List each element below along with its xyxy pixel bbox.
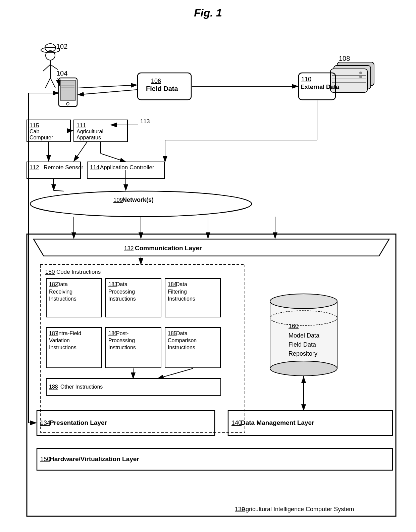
label-184: 184 xyxy=(168,281,177,287)
data-management-box: 140 Data Management Layer xyxy=(228,410,393,436)
data-processing-box: 183 Data Processing Instructions xyxy=(106,278,161,317)
label-113: 113 xyxy=(140,118,150,125)
label-108: 108 xyxy=(339,55,350,62)
label-134: 134 xyxy=(40,419,50,426)
svg-line-5 xyxy=(50,64,58,70)
svg-line-7 xyxy=(50,78,55,88)
intra-field-label3: Instructions xyxy=(49,345,76,350)
ag-apparatus-label2: Apparatus xyxy=(76,135,101,140)
svg-line-50 xyxy=(78,85,137,88)
other-instructions-box: 188 Other Instructions xyxy=(46,379,221,395)
post-proc-label2: Processing xyxy=(108,338,135,343)
data-filtering-box: 184 Data Filtering Instructions xyxy=(165,278,220,317)
label-112: 112 xyxy=(30,164,39,171)
ag-apparatus-label: Agricultural xyxy=(76,129,103,134)
svg-line-75 xyxy=(158,368,193,379)
data-filter-label1: Data xyxy=(176,281,187,287)
data-receiving-label2: Receiving xyxy=(49,289,72,295)
svg-line-6 xyxy=(45,78,50,88)
label-109: 109 xyxy=(113,197,123,203)
svg-marker-31 xyxy=(34,239,389,256)
remote-sensor-box: 112 Remote Sensor xyxy=(27,162,83,179)
svg-point-23 xyxy=(359,76,362,78)
svg-point-22 xyxy=(359,72,362,74)
field-data-label: Field Data xyxy=(146,85,178,92)
ag-system-box: 130 Agricultural Intelligence Computer S… xyxy=(27,234,396,516)
mobile-device: 104 xyxy=(56,70,77,106)
data-filter-label2: Filtering xyxy=(168,289,187,295)
svg-rect-9 xyxy=(60,80,75,100)
agricultural-apparatus-box: 111 Agricultural Apparatus xyxy=(74,120,127,142)
data-comp-label2: Comparison xyxy=(168,338,197,343)
label-132: 132 xyxy=(124,245,134,252)
data-comp-label3: Instructions xyxy=(168,345,195,350)
svg-line-51 xyxy=(78,90,137,95)
post-processing-box: 186 Post- Processing Instructions xyxy=(106,327,161,368)
svg-line-4 xyxy=(43,64,50,71)
label-106: 106 xyxy=(151,78,161,84)
presentation-layer-label: Presentation Layer xyxy=(50,419,107,426)
svg-line-61 xyxy=(74,142,87,161)
field-data-box: 106 Field Data xyxy=(138,73,191,100)
svg-line-63 xyxy=(54,190,64,191)
label-160: 160 xyxy=(289,323,299,329)
data-comparison-box: 185 Data Comparison Instructions xyxy=(165,327,220,368)
data-proc-label1: Data xyxy=(116,281,127,287)
label-185: 185 xyxy=(168,330,177,336)
svg-point-41 xyxy=(270,294,337,309)
data-receiving-box: 182 Data Receiving Instructions xyxy=(46,278,102,317)
data-mgmt-label: Data Management Layer xyxy=(241,419,314,426)
label-104: 104 xyxy=(56,70,67,77)
post-proc-label1: Post- xyxy=(116,330,128,336)
field-data-label2: Field Data xyxy=(289,341,316,348)
data-proc-label2: Processing xyxy=(108,289,135,295)
svg-point-14 xyxy=(66,102,69,105)
code-instructions-label: Code Instructions xyxy=(56,269,101,275)
data-comp-label1: Data xyxy=(176,330,188,336)
external-data-label: External Data xyxy=(301,84,340,90)
data-filter-label3: Instructions xyxy=(168,296,195,302)
svg-rect-30 xyxy=(27,234,396,516)
network-label: Network(s) xyxy=(122,196,154,203)
cab-computer-box: 115 Cab Computer xyxy=(27,120,70,142)
label-187: 187 xyxy=(49,330,58,336)
label-140: 140 xyxy=(231,419,242,426)
data-receiving-label1: Data xyxy=(56,281,68,287)
hardware-layer-box: 150 Hardware/Virtualization Layer xyxy=(37,448,393,470)
label-102: 102 xyxy=(56,43,67,50)
intra-field-box: 187 Intra-Field Variation Instructions xyxy=(46,327,102,368)
presentation-layer-box: 134 Presentation Layer xyxy=(37,410,215,436)
computer-label: Computer xyxy=(30,135,53,140)
svg-line-60 xyxy=(101,153,126,162)
ag-system-label: Agricultural Intelligence Computer Syste… xyxy=(242,506,354,513)
hardware-layer-label: Hardware/Virtualization Layer xyxy=(50,455,139,462)
label-115: 115 xyxy=(30,122,39,129)
remote-sensor-label: Remote Sensor xyxy=(44,164,83,171)
data-proc-label3: Instructions xyxy=(108,296,136,302)
app-controller-label: Application Controller xyxy=(100,164,154,171)
label-111: 111 xyxy=(76,122,86,129)
label-114: 114 xyxy=(90,164,99,171)
other-instr-label: Other Instructions xyxy=(60,384,103,390)
network-oval: 109 Network(s) xyxy=(30,191,252,217)
comm-layer-label: Communication Layer xyxy=(135,245,202,252)
communication-layer: 132 Communication Layer xyxy=(34,239,389,256)
label-110: 110 xyxy=(301,76,311,83)
label-150: 150 xyxy=(40,456,50,462)
intra-field-label1: Intra-Field xyxy=(57,330,81,336)
data-receiving-label3: Instructions xyxy=(49,296,76,302)
svg-point-2 xyxy=(46,51,55,60)
label-188: 188 xyxy=(49,384,58,390)
repository-cylinder: 160 Model Data Field Data Repository xyxy=(270,294,337,376)
intra-field-label2: Variation xyxy=(49,338,70,343)
svg-point-42 xyxy=(270,361,337,376)
repository-label: Repository xyxy=(289,350,317,357)
label-180: 180 xyxy=(45,269,55,275)
post-proc-label3: Instructions xyxy=(108,345,136,350)
svg-point-29 xyxy=(30,191,252,217)
cab-label: Cab xyxy=(30,129,39,134)
figure-title: Fig. 1 xyxy=(7,7,409,19)
diagram: 102 104 106 Fie xyxy=(7,26,409,532)
model-data-label: Model Data xyxy=(289,332,320,339)
